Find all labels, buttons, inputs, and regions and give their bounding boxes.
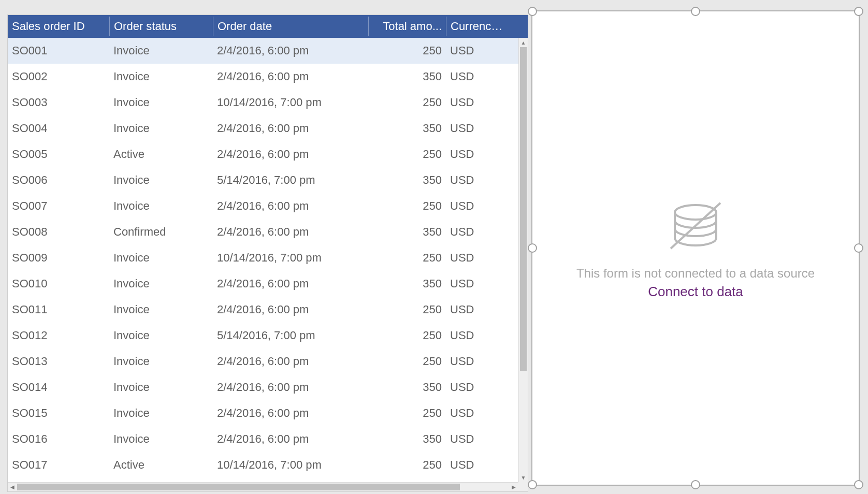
table-header: Sales order ID Order status Order date T… bbox=[8, 15, 528, 38]
cell-order-status: Invoice bbox=[109, 96, 213, 109]
horizontal-scroll-track[interactable] bbox=[17, 483, 509, 491]
cell-total-amount: 250 bbox=[368, 251, 446, 265]
table-row[interactable]: SO001Invoice2/4/2016, 6:00 pm250USD bbox=[8, 38, 518, 64]
cell-currency: USD bbox=[446, 225, 508, 239]
cell-order-status: Confirmed bbox=[109, 225, 213, 239]
cell-total-amount: 350 bbox=[368, 381, 446, 394]
cell-total-amount: 250 bbox=[368, 303, 446, 316]
resize-handle-bottom-center[interactable] bbox=[691, 480, 700, 489]
cell-currency: USD bbox=[446, 70, 508, 83]
table-row[interactable]: SO005Active2/4/2016, 6:00 pm250USD bbox=[8, 141, 518, 167]
resize-handle-top-left[interactable] bbox=[528, 7, 537, 16]
cell-sales-order-id: SO012 bbox=[8, 329, 109, 342]
cell-sales-order-id: SO011 bbox=[8, 303, 109, 316]
table-row[interactable]: SO009Invoice10/14/2016, 7:00 pm250USD bbox=[8, 245, 518, 271]
connect-to-data-link[interactable]: Connect to data bbox=[648, 284, 743, 300]
cell-order-date: 2/4/2016, 6:00 pm bbox=[213, 355, 368, 368]
horizontal-scrollbar[interactable]: ◀ ▶ bbox=[8, 482, 518, 491]
cell-order-date: 2/4/2016, 6:00 pm bbox=[213, 303, 368, 316]
cell-sales-order-id: SO015 bbox=[8, 406, 109, 420]
cell-order-status: Invoice bbox=[109, 251, 213, 265]
vertical-scroll-track[interactable] bbox=[519, 47, 528, 473]
table-row[interactable]: SO007Invoice2/4/2016, 6:00 pm250USD bbox=[8, 193, 518, 219]
table-row[interactable]: SO013Invoice2/4/2016, 6:00 pm250USD bbox=[8, 348, 518, 374]
table-row[interactable]: SO003Invoice10/14/2016, 7:00 pm250USD bbox=[8, 90, 518, 115]
scroll-up-arrow-icon[interactable]: ▲ bbox=[519, 38, 528, 47]
table-row[interactable]: SO017Active10/14/2016, 7:00 pm250USD bbox=[8, 452, 518, 478]
cell-order-status: Invoice bbox=[109, 70, 213, 83]
cell-order-status: Active bbox=[109, 148, 213, 161]
cell-sales-order-id: SO017 bbox=[8, 458, 109, 472]
table-body: SO001Invoice2/4/2016, 6:00 pm250USDSO002… bbox=[8, 38, 528, 491]
header-total-amount[interactable]: Total amo... bbox=[368, 17, 446, 36]
scroll-left-arrow-icon[interactable]: ◀ bbox=[8, 483, 17, 491]
cell-currency: USD bbox=[446, 432, 508, 446]
cell-total-amount: 250 bbox=[368, 355, 446, 368]
cell-currency: USD bbox=[446, 96, 508, 109]
resize-handle-middle-left[interactable] bbox=[528, 243, 537, 253]
cell-order-date: 2/4/2016, 6:00 pm bbox=[213, 70, 368, 83]
cell-order-date: 2/4/2016, 6:00 pm bbox=[213, 406, 368, 420]
cell-total-amount: 250 bbox=[368, 458, 446, 472]
scroll-right-arrow-icon[interactable]: ▶ bbox=[509, 483, 518, 491]
cell-sales-order-id: SO006 bbox=[8, 173, 109, 187]
table-rows-container: SO001Invoice2/4/2016, 6:00 pm250USDSO002… bbox=[8, 38, 518, 482]
table-row[interactable]: SO002Invoice2/4/2016, 6:00 pm350USD bbox=[8, 64, 518, 90]
form-empty-state: This form is not connected to a data sou… bbox=[532, 11, 859, 485]
cell-sales-order-id: SO003 bbox=[8, 96, 109, 109]
cell-total-amount: 350 bbox=[368, 432, 446, 446]
table-row[interactable]: SO010Invoice2/4/2016, 6:00 pm350USD bbox=[8, 271, 518, 297]
cell-order-status: Invoice bbox=[109, 199, 213, 213]
cell-sales-order-id: SO002 bbox=[8, 70, 109, 83]
cell-total-amount: 250 bbox=[368, 199, 446, 213]
table-row[interactable]: SO006Invoice5/14/2016, 7:00 pm350USD bbox=[8, 167, 518, 193]
resize-handle-bottom-right[interactable] bbox=[854, 480, 863, 489]
cell-currency: USD bbox=[446, 381, 508, 394]
cell-currency: USD bbox=[446, 329, 508, 342]
table-row[interactable]: SO012Invoice5/14/2016, 7:00 pm250USD bbox=[8, 323, 518, 348]
form-empty-message: This form is not connected to a data sou… bbox=[576, 266, 815, 281]
cell-order-status: Invoice bbox=[109, 303, 213, 316]
scroll-down-arrow-icon[interactable]: ▼ bbox=[519, 473, 528, 482]
cell-order-status: Active bbox=[109, 458, 213, 472]
cell-order-status: Invoice bbox=[109, 406, 213, 420]
sales-order-gallery[interactable]: Sales order ID Order status Order date T… bbox=[7, 14, 528, 492]
edit-form-control[interactable]: This form is not connected to a data sou… bbox=[531, 10, 860, 486]
resize-handle-middle-right[interactable] bbox=[854, 243, 863, 253]
cell-currency: USD bbox=[446, 44, 508, 57]
cell-order-date: 2/4/2016, 6:00 pm bbox=[213, 277, 368, 290]
cell-order-status: Invoice bbox=[109, 44, 213, 57]
header-order-status[interactable]: Order status bbox=[109, 17, 213, 36]
header-sales-order-id[interactable]: Sales order ID bbox=[8, 17, 109, 36]
header-currency[interactable]: Currency of T bbox=[446, 17, 508, 36]
cell-sales-order-id: SO004 bbox=[8, 122, 109, 135]
cell-order-date: 10/14/2016, 7:00 pm bbox=[213, 251, 368, 265]
vertical-scroll-thumb[interactable] bbox=[520, 47, 527, 371]
cell-sales-order-id: SO013 bbox=[8, 355, 109, 368]
cell-order-status: Invoice bbox=[109, 355, 213, 368]
table-row[interactable]: SO004Invoice2/4/2016, 6:00 pm350USD bbox=[8, 115, 518, 141]
table-row[interactable]: SO015Invoice2/4/2016, 6:00 pm250USD bbox=[8, 400, 518, 426]
resize-handle-bottom-left[interactable] bbox=[528, 480, 537, 489]
cell-order-date: 5/14/2016, 7:00 pm bbox=[213, 173, 368, 187]
table-row[interactable]: SO008Confirmed2/4/2016, 6:00 pm350USD bbox=[8, 219, 518, 245]
cell-order-date: 2/4/2016, 6:00 pm bbox=[213, 122, 368, 135]
cell-sales-order-id: SO001 bbox=[8, 44, 109, 57]
cell-order-date: 10/14/2016, 7:00 pm bbox=[213, 458, 368, 472]
cell-order-date: 2/4/2016, 6:00 pm bbox=[213, 148, 368, 161]
horizontal-scroll-thumb[interactable] bbox=[17, 484, 460, 490]
cell-order-date: 2/4/2016, 6:00 pm bbox=[213, 432, 368, 446]
cell-order-status: Invoice bbox=[109, 381, 213, 394]
table-row[interactable]: SO011Invoice2/4/2016, 6:00 pm250USD bbox=[8, 297, 518, 323]
table-row[interactable]: SO016Invoice2/4/2016, 6:00 pm350USD bbox=[8, 426, 518, 452]
design-canvas: Sales order ID Order status Order date T… bbox=[0, 0, 868, 494]
cell-currency: USD bbox=[446, 458, 508, 472]
resize-handle-top-right[interactable] bbox=[854, 7, 863, 16]
table-row[interactable]: SO014Invoice2/4/2016, 6:00 pm350USD bbox=[8, 374, 518, 400]
header-order-date[interactable]: Order date bbox=[213, 17, 368, 36]
cell-order-status: Invoice bbox=[109, 122, 213, 135]
resize-handle-top-center[interactable] bbox=[691, 7, 700, 16]
database-disconnected-icon bbox=[664, 197, 727, 259]
vertical-scrollbar[interactable]: ▲ ▼ bbox=[518, 38, 528, 482]
cell-total-amount: 350 bbox=[368, 122, 446, 135]
